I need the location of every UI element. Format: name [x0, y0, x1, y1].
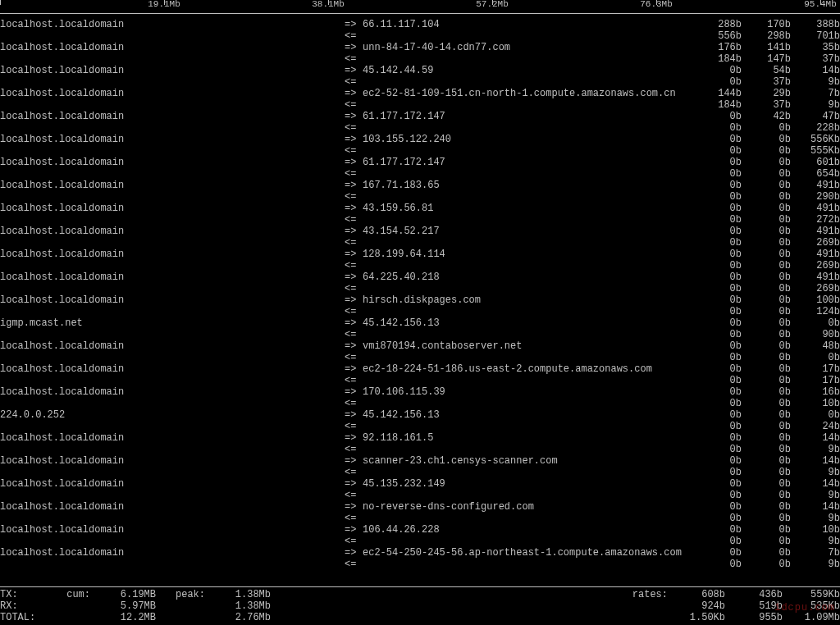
tx-rate-40s: 48b	[791, 340, 840, 352]
rx-rate-40s: 269b	[791, 283, 840, 294]
tx-rate-40s: 0b	[791, 317, 840, 329]
tx-rate-40s: 14b	[791, 432, 840, 444]
connection-tx-line: localhost.localdomain=>61.177.172.1470b4…	[0, 111, 840, 122]
connection-rx-line: <=0b0b269b	[0, 237, 840, 249]
connection-row: localhost.localdomain=>128.199.64.1140b0…	[0, 249, 840, 271]
connection-row: localhost.localdomain=>vmi870194.contabo…	[0, 340, 840, 363]
tx-rate-10s: 170b	[742, 19, 791, 30]
connection-rx-line: <=0b0b269b	[0, 283, 840, 294]
total-peak: 2.76Mb	[205, 612, 271, 623]
source-host: localhost.localdomain	[0, 226, 345, 237]
destination-host: ec2-52-81-109-151.cn-north-1.compute.ama…	[363, 88, 692, 99]
connection-tx-line: localhost.localdomain=>45.135.232.1490b0…	[0, 478, 840, 490]
rx-rate-10s: 37b	[742, 76, 791, 88]
connection-tx-line: localhost.localdomain=>ec2-52-81-109-151…	[0, 88, 840, 99]
rx-rate-2s: 0b	[692, 375, 742, 386]
tx-rate-40s: 556Kb	[791, 134, 840, 145]
arrow-rx-icon: <=	[345, 237, 363, 249]
arrow-rx-icon: <=	[345, 398, 363, 409]
rx-rate-40s: 654b	[791, 168, 840, 180]
connection-rx-line: <=0b0b269b	[0, 260, 840, 271]
source-host: localhost.localdomain	[0, 65, 345, 76]
arrow-rx-icon: <=	[345, 122, 363, 134]
rx-rate-2s: 184b	[692, 99, 742, 111]
connection-list: localhost.localdomain=>66.11.117.104288b…	[0, 19, 840, 570]
connection-row: localhost.localdomain=>no-reverse-dns-co…	[0, 501, 840, 524]
arrow-rx-icon: <=	[345, 536, 363, 547]
total-cum: 12.2MB	[90, 612, 156, 623]
scale-tick-label: 38.1Mb	[312, 0, 345, 10]
tx-rate-40s: 491b	[791, 271, 840, 283]
connection-tx-line: localhost.localdomain=>45.142.44.590b54b…	[0, 65, 840, 76]
rx-rate-2s: 0b	[692, 168, 742, 180]
arrow-rx-icon: <=	[345, 260, 363, 271]
source-host: localhost.localdomain	[0, 386, 345, 398]
tx-rate-10s: 0b	[742, 294, 791, 306]
arrow-tx-icon: =>	[345, 249, 363, 260]
tx-rate-40s: 491b	[791, 249, 840, 260]
connection-tx-line: localhost.localdomain=>92.118.161.50b0b1…	[0, 432, 840, 444]
source-host: localhost.localdomain	[0, 42, 345, 53]
rx-rate-40s: 9b	[791, 467, 840, 478]
arrow-tx-icon: =>	[345, 157, 363, 168]
tx-rate-40s: 35b	[791, 42, 840, 53]
source-host: localhost.localdomain	[0, 478, 345, 490]
tx-rate-10s: 0b	[742, 226, 791, 237]
destination-host: 64.225.40.218	[363, 271, 692, 283]
rx-rate-2s: 0b	[692, 467, 742, 478]
tx-rate-40s: 7b	[791, 547, 840, 559]
tx-rate-2s: 0b	[692, 226, 742, 237]
connection-row: localhost.localdomain=>66.11.117.104288b…	[0, 19, 840, 42]
tx-rate-40s: 491b	[791, 226, 840, 237]
rx-rate-40s: 17b	[791, 375, 840, 386]
arrow-rx-icon: <=	[345, 375, 363, 386]
tx-rate-2s: 0b	[692, 157, 742, 168]
connection-rx-line: <=0b0b10b	[0, 398, 840, 409]
arrow-rx-icon: <=	[345, 306, 363, 317]
rx-rate-40s: 228b	[791, 122, 840, 134]
rx-rate-2s: 184b	[692, 53, 742, 65]
tx-rate-2s: 0b	[692, 317, 742, 329]
connection-tx-line: localhost.localdomain=>ec2-54-250-245-56…	[0, 547, 840, 559]
tx-rate-10s: 0b	[742, 203, 791, 214]
tx-rate-2s: 0b	[692, 409, 742, 421]
peak-label: peak:	[156, 589, 205, 600]
source-host: localhost.localdomain	[0, 455, 345, 467]
rx-rate-10s: 0b	[742, 122, 791, 134]
destination-host: 170.106.115.39	[363, 386, 692, 398]
tx-rate-2s: 0b	[692, 203, 742, 214]
source-host: localhost.localdomain	[0, 180, 345, 191]
scale-tick-label: 95.4Mb	[804, 0, 837, 10]
rx-rate-10s: 0b	[742, 513, 791, 524]
connection-rx-line: <=0b0b9b	[0, 559, 840, 570]
connection-tx-line: localhost.localdomain=>170.106.115.390b0…	[0, 386, 840, 398]
rx-rate-10s: 37b	[742, 99, 791, 111]
rx-rate-2s: 0b	[692, 122, 742, 134]
arrow-rx-icon: <=	[345, 30, 363, 42]
destination-host: 61.177.172.147	[363, 111, 692, 122]
source-host: localhost.localdomain	[0, 19, 345, 30]
totals-panel: TX: cum: 6.19MB peak: 1.38Mb rates: 608b…	[0, 586, 840, 625]
tx-rate-40s: 17b	[791, 363, 840, 375]
total-rate-40s: 1.09Mb	[783, 612, 840, 623]
rx-rate-2s: 0b	[692, 490, 742, 501]
arrow-tx-icon: =>	[345, 226, 363, 237]
connection-tx-line: localhost.localdomain=>no-reverse-dns-co…	[0, 501, 840, 513]
rx-rate-10s: 0b	[742, 352, 791, 363]
connection-row: localhost.localdomain=>ec2-18-224-51-186…	[0, 363, 840, 386]
rx-rate-40s: 290b	[791, 191, 840, 203]
connection-row: localhost.localdomain=>ec2-52-81-109-151…	[0, 88, 840, 111]
tx-rate-40s: 559Kb	[783, 589, 840, 600]
arrow-tx-icon: =>	[345, 501, 363, 513]
tx-rate-10s: 0b	[742, 317, 791, 329]
rx-rate-40s: 269b	[791, 260, 840, 271]
arrow-rx-icon: <=	[345, 352, 363, 363]
destination-host: 43.159.56.81	[363, 203, 692, 214]
tx-rate-10s: 0b	[742, 340, 791, 352]
connection-tx-line: localhost.localdomain=>43.159.56.810b0b4…	[0, 203, 840, 214]
rx-rate-40s: 701b	[791, 30, 840, 42]
rx-rate-10s: 0b	[742, 260, 791, 271]
arrow-rx-icon: <=	[345, 467, 363, 478]
rx-rate-2s: 0b	[692, 536, 742, 547]
connection-tx-line: localhost.localdomain=>64.225.40.2180b0b…	[0, 271, 840, 283]
